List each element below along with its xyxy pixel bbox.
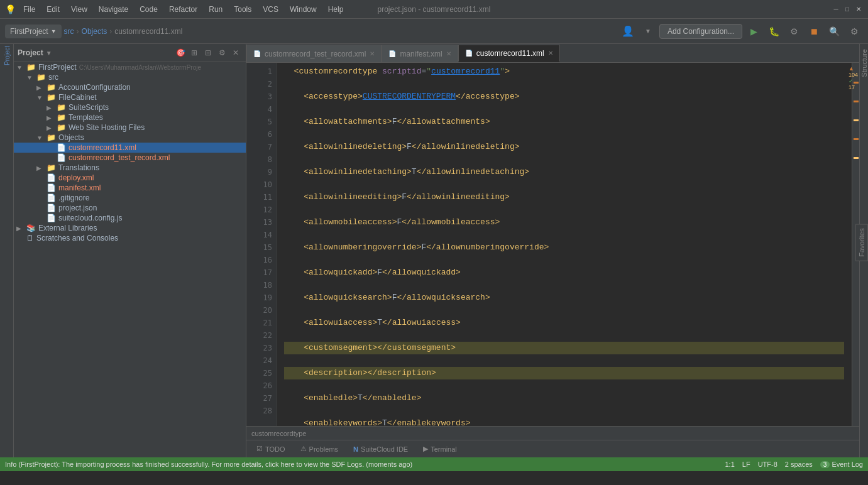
tree-item-suitescripts[interactable]: ▶ 📁 SuiteScripts	[14, 102, 246, 112]
indent-setting[interactable]: 2 spaces	[785, 460, 813, 468]
close-tab-icon[interactable]: ✕	[548, 50, 553, 57]
menu-edit[interactable]: Edit	[41, 4, 65, 15]
tree-item-websitehosting[interactable]: ▶ 📁 Web Site Hosting Files	[14, 123, 246, 133]
code-line-6: <allowinlineediting>F</allowinlineeditin…	[284, 191, 844, 204]
expand-all-icon[interactable]: ⊞	[188, 46, 201, 59]
tree-item-gitignore[interactable]: 📄 .gitignore	[14, 193, 246, 203]
menu-vcs[interactable]: VCS	[258, 4, 283, 15]
tree-item-objects[interactable]: ▼ 📁 Objects	[14, 133, 246, 143]
menu-help[interactable]: Help	[323, 4, 349, 15]
cursor-position[interactable]: 1:1	[725, 460, 734, 468]
js-file-icon: 📄	[47, 214, 56, 222]
tree-label-filecabinet: FileCabinet	[58, 93, 97, 102]
terminal-icon: ▶	[423, 445, 428, 453]
code-line-10: <allowquicksearch>F</allowquicksearch>	[284, 292, 844, 304]
close-sidebar-icon[interactable]: ✕	[229, 46, 242, 59]
menu-navigate[interactable]: Navigate	[94, 4, 133, 15]
breadcrumb: src › Objects › customrecord11.xml	[64, 27, 617, 36]
minimize-button[interactable]: ─	[832, 5, 840, 14]
search-button[interactable]: 🔍	[825, 23, 843, 40]
left-panel-strip: Project	[0, 44, 14, 457]
menu-run[interactable]: Run	[204, 4, 228, 15]
tree-label-translations: Translations	[58, 163, 99, 172]
profile-icon[interactable]: 👤	[619, 23, 637, 40]
tree-label-objects: Objects	[58, 133, 84, 142]
settings-button[interactable]: ⚙	[845, 23, 863, 40]
tree-label-gitignore: .gitignore	[58, 193, 89, 202]
status-message[interactable]: Info (FirstProject): The importing proce…	[5, 460, 720, 468]
tab-test-label: customrecord_test_record.xml	[265, 50, 366, 58]
suitecloud-n-icon: N	[353, 445, 358, 453]
suitecloud-tab[interactable]: N SuiteCloud IDE	[348, 444, 413, 454]
folder-icon: 📁	[57, 113, 66, 122]
tab-test-record[interactable]: 📄 customrecord_test_record.xml ✕	[246, 45, 382, 62]
tree-item-suitecloud[interactable]: 📄 suitecloud.config.js	[14, 213, 246, 223]
tree-item-manifest[interactable]: 📄 manifest.xml	[14, 183, 246, 193]
line-ending[interactable]: LF	[742, 460, 750, 468]
expand-arrow: ▶	[47, 114, 57, 121]
breadcrumb-objects[interactable]: Objects	[82, 27, 107, 36]
close-button[interactable]: ✕	[854, 5, 863, 14]
menu-file[interactable]: File	[18, 4, 40, 15]
editor-breadcrumb: customrecordtype	[246, 426, 859, 440]
bottom-tabs: ☑ TODO ⚠ Problems N SuiteCloud IDE ▶ Ter…	[246, 440, 859, 457]
project-sidebar[interactable]: Project ▼ 🎯 ⊞ ⊟ ⚙ ✕ ▼ 📁 FirstProject C:\…	[14, 44, 246, 457]
tree-item-filecabinet[interactable]: ▼ 📁 FileCabinet	[14, 92, 246, 102]
close-tab-icon[interactable]: ✕	[370, 50, 375, 57]
menu-refactor[interactable]: Refactor	[164, 4, 202, 15]
debug-button[interactable]: 🐛	[765, 23, 783, 40]
breadcrumb-src[interactable]: src	[64, 27, 74, 36]
code-line-11: <allowuiaccess>T</allowuiaccess>	[284, 317, 844, 329]
tree-item-scratches[interactable]: 🗒 Scratches and Consoles	[14, 233, 246, 243]
tree-item-projectjson[interactable]: 📄 project.json	[14, 203, 246, 213]
tree-item-accountconfiguration[interactable]: ▶ 📁 AccountConfiguration	[14, 82, 246, 92]
tree-item-firstproject[interactable]: ▼ 📁 FirstProject C:\Users\MuhammadArslan…	[14, 62, 246, 72]
code-editor[interactable]: <customrecordtype scriptid="customrecord…	[277, 63, 852, 426]
encoding[interactable]: UTF-8	[758, 460, 777, 468]
coverage-button[interactable]: ⚙	[785, 23, 803, 40]
structure-label[interactable]: Structure	[860, 49, 868, 77]
editor-tabs: 📄 customrecord_test_record.xml ✕ 📄 manif…	[246, 44, 859, 63]
stop-button[interactable]: ⏹	[805, 23, 823, 40]
run-button[interactable]: ▶	[745, 23, 762, 40]
warning-marker	[854, 119, 859, 121]
folder-icon: 📁	[47, 93, 56, 102]
tree-item-deploy[interactable]: 📄 deploy.xml	[14, 173, 246, 183]
close-tab-icon[interactable]: ✕	[446, 50, 451, 57]
tree-item-translations[interactable]: ▶ 📁 Translations	[14, 163, 246, 173]
menu-view[interactable]: View	[66, 4, 92, 15]
tree-item-templates[interactable]: ▶ 📁 Templates	[14, 112, 246, 123]
menu-tools[interactable]: Tools	[229, 4, 256, 15]
collapse-all-icon[interactable]: ⊟	[202, 46, 214, 59]
sidebar-settings-icon[interactable]: ⚙	[216, 46, 228, 59]
menu-code[interactable]: Code	[135, 4, 163, 15]
tree-label-suitescripts: SuiteScripts	[69, 103, 109, 112]
add-configuration-button[interactable]: Add Configuration...	[659, 24, 742, 39]
terminal-tab[interactable]: ▶ Terminal	[418, 444, 462, 454]
project-panel-icon[interactable]: Project	[0, 46, 16, 64]
favorites-panel[interactable]: Favorites	[855, 224, 868, 261]
tree-label-accountconfiguration: AccountConfiguration	[58, 83, 131, 92]
menu-window[interactable]: Window	[285, 4, 322, 15]
tree-item-customrecord-test[interactable]: 📄 customrecord_test_record.xml	[14, 153, 246, 163]
code-line-13: <description></description>	[284, 367, 844, 379]
locate-file-icon[interactable]: 🎯	[174, 46, 187, 59]
tree-item-src[interactable]: ▼ 📁 src	[14, 72, 246, 82]
tree-label-templates: Templates	[69, 113, 103, 122]
todo-tab[interactable]: ☑ TODO	[251, 444, 290, 454]
toolbar: FirstProject ▼ src › Objects › customrec…	[0, 19, 868, 44]
tab-manifest[interactable]: 📄 manifest.xml ✕	[382, 45, 458, 62]
tree-item-customrecord11[interactable]: 📄 customrecord11.xml	[14, 143, 246, 153]
expand-arrow: ▼	[36, 134, 47, 141]
problems-tab[interactable]: ⚠ Problems	[295, 444, 343, 454]
project-name: FirstProject	[10, 27, 48, 36]
tab-customrecord[interactable]: 📄 customrecord11.xml ✕	[458, 45, 560, 62]
tree-label-scratches: Scratches and Consoles	[36, 234, 118, 242]
project-selector[interactable]: FirstProject ▼	[5, 25, 62, 38]
maximize-button[interactable]: □	[843, 5, 852, 14]
tree-label-manifest: manifest.xml	[58, 183, 101, 192]
tree-item-external-libraries[interactable]: ▶ 📚 External Libraries	[14, 223, 246, 233]
folder-icon: 📁	[47, 133, 56, 142]
event-log[interactable]: 3 Event Log	[820, 460, 863, 468]
dropdown-icon[interactable]: ▼	[639, 23, 657, 40]
